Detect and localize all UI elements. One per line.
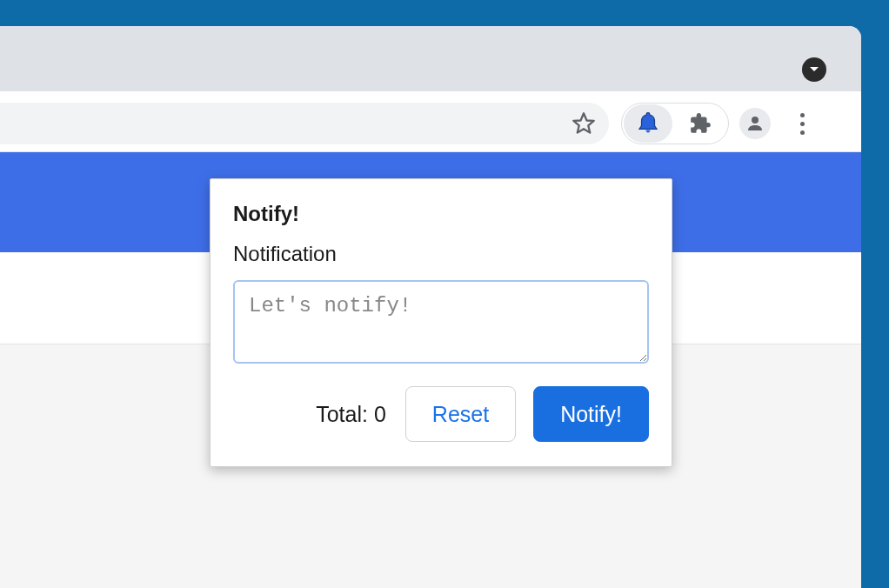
address-bar[interactable] [0,103,609,144]
chevron-down-icon [809,66,819,73]
puzzle-icon [689,112,712,135]
vertical-dots-icon [800,113,805,135]
total-text: Total: 0 [316,402,386,427]
extensions-button[interactable] [672,112,728,135]
svg-marker-0 [573,113,593,132]
extension-popup: Notify! Notification Total: 0 Reset Noti… [210,178,672,467]
browser-menu-button[interactable] [786,108,818,139]
reset-button[interactable]: Reset [405,386,516,442]
toolbar [0,91,861,152]
total-label: Total: [316,402,368,426]
notification-label: Notification [233,242,649,266]
tabstrip [0,26,861,91]
svg-point-1 [752,117,759,124]
profile-button[interactable] [739,108,771,139]
star-icon [572,111,596,136]
popup-actions: Total: 0 Reset Notify! [233,386,649,442]
notify-extension-button[interactable] [624,104,672,143]
tabs-dropdown-button[interactable] [802,57,826,82]
notify-button[interactable]: Notify! [533,386,649,442]
extensions-chip [621,103,729,144]
bell-icon [635,110,661,137]
notification-textarea[interactable] [233,280,649,364]
browser-window: Notify! Notification Total: 0 Reset Noti… [0,26,861,588]
person-icon [745,113,765,134]
bookmark-star-button[interactable] [571,110,597,137]
popup-title: Notify! [233,202,649,226]
total-value: 0 [374,402,386,426]
